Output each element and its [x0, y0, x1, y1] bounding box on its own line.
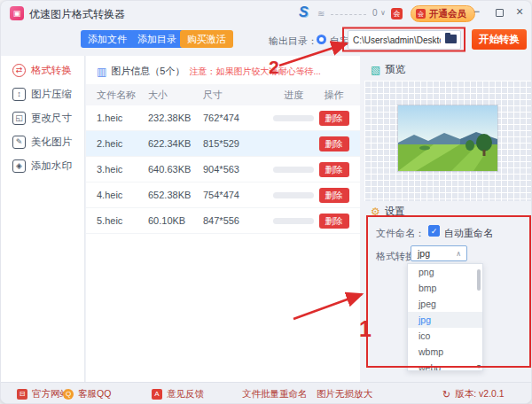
browse-folder-icon[interactable] [445, 35, 457, 43]
file-info-header: ▥ 图片信息（5个） 注意：如果图片较大请耐心等待... [86, 56, 360, 84]
dropdown-scrollbar-thumb[interactable] [477, 269, 481, 291]
table-row[interactable]: 3.heic640.63KB904*563删除 [86, 157, 360, 183]
compress-icon: ↕ [12, 88, 26, 101]
lossless-enlarge-link[interactable]: 图片无损放大 [317, 383, 372, 404]
delete-button[interactable]: 删除 [319, 214, 349, 229]
table-row[interactable]: 1.heic232.38KB762*474删除 [86, 105, 360, 131]
sidebar-item-resize[interactable]: ◱ 更改尺寸 [1, 106, 84, 130]
output-dir-label: 输出目录： [269, 35, 317, 48]
progress-cell [269, 192, 318, 198]
format-option-png[interactable]: png [408, 264, 482, 280]
file-dims-cell: 847*556 [203, 215, 269, 226]
format-option-webp[interactable]: webp [408, 360, 482, 371]
batch-rename-link[interactable]: 文件批量重命名 [242, 383, 308, 404]
chevron-down-icon[interactable]: ∨ [380, 9, 386, 17]
add-file-button[interactable]: 添加文件 [81, 30, 134, 48]
delete-button[interactable]: 删除 [319, 111, 349, 126]
col-size: 大小 [148, 89, 203, 102]
progress-cell [269, 115, 318, 121]
auto-rename-checkbox[interactable]: ✓ [428, 225, 440, 237]
sidebar-item-beautify[interactable]: ✎ 美化图片 [1, 130, 84, 154]
watermark-icon: ◈ [12, 159, 26, 173]
operation-cell: 删除 [318, 136, 349, 152]
format-option-jpeg[interactable]: jpeg [408, 296, 482, 312]
file-table-body: 1.heic232.38KB762*474删除2.heic622.34KB815… [86, 105, 360, 234]
member-badge-icon: 会 [391, 8, 403, 19]
website-icon: ⊟ [17, 389, 27, 400]
file-name-cell: 2.heic [97, 138, 148, 149]
col-filename: 文件名称 [97, 89, 148, 102]
close-button[interactable]: × [516, 6, 523, 17]
sidebar-item-format-convert[interactable]: ⇄ 格式转换 [1, 58, 84, 82]
progress-bar [273, 218, 314, 224]
format-option-wbmp[interactable]: wbmp [408, 344, 482, 360]
format-select-value: jpg [418, 248, 430, 259]
file-size-cell: 60.10KB [148, 215, 203, 226]
delete-button[interactable]: 删除 [319, 136, 349, 152]
preview-icon: ▧ [371, 64, 380, 76]
app-title: 优速图片格式转换器 [29, 7, 125, 22]
open-vip-button[interactable]: 会 开通会员 [411, 5, 475, 22]
operation-cell: 删除 [318, 214, 349, 229]
speed-waves-icon: ≋ [317, 9, 325, 19]
feedback-icon: A [152, 389, 162, 400]
image-info-icon: ▥ [97, 66, 106, 78]
chevron-up-icon: ∧ [456, 247, 461, 261]
official-site-link[interactable]: ⊟ 官方网站 [17, 383, 69, 404]
file-size-cell: 652.38KB [148, 190, 203, 200]
resize-icon: ◱ [12, 112, 26, 125]
col-progress: 进度 [269, 89, 318, 102]
format-dropdown-list: ▾ pngbmpjpegjpgicowbmpwebp [407, 263, 483, 371]
custom-dir-radio[interactable] [317, 35, 326, 44]
sidebar-item-watermark[interactable]: ◈ 添加水印 [1, 154, 84, 178]
speed-logo-icon: S [299, 4, 309, 20]
format-option-bmp[interactable]: bmp [408, 280, 482, 296]
file-count-title: 图片信息（5个） [111, 65, 184, 78]
settings-header: ⚙ 设置 [371, 205, 405, 218]
file-dims-cell: 762*474 [203, 113, 269, 123]
output-path-input[interactable] [348, 30, 461, 50]
qq-icon: Q [63, 389, 74, 400]
open-vip-label: 开通会员 [429, 8, 466, 20]
sidebar: ⇄ 格式转换 ↕ 图片压缩 ◱ 更改尺寸 ✎ 美化图片 ◈ 添加水印 [1, 56, 85, 382]
operation-cell: 删除 [318, 162, 349, 177]
file-name-cell: 3.heic [97, 164, 148, 175]
toolbar: 添加文件 添加目录 购买激活 输出目录： 自定义 开始转换 [1, 26, 532, 56]
start-convert-button[interactable]: 开始转换 [472, 29, 527, 50]
minimize-button[interactable]: − [473, 6, 480, 17]
sidebar-item-compress[interactable]: ↕ 图片压缩 [1, 82, 84, 106]
qq-support-link[interactable]: Q 客服QQ [63, 383, 111, 404]
progress-bar [273, 192, 314, 198]
format-select[interactable]: jpg ∧ [411, 245, 467, 261]
titlebar: ▣ 优速图片格式转换器 S ≋ 0 ∨ 会 会 开通会员 − × [1, 1, 532, 26]
progress-cell [269, 167, 318, 173]
annotation-step-1: 1 [359, 316, 372, 341]
feedback-link[interactable]: A 意见反馈 [152, 383, 204, 404]
preview-title: 预览 [385, 63, 405, 76]
add-directory-button[interactable]: 添加目录 [130, 30, 184, 48]
maximize-button[interactable] [496, 9, 504, 17]
delete-button[interactable]: 删除 [319, 188, 349, 203]
app-logo-icon: ▣ [10, 6, 24, 20]
dropdown-scroll-down-icon[interactable]: ▾ [477, 362, 481, 370]
wait-notice: 注意：如果图片较大请耐心等待... [189, 66, 320, 78]
format-option-ico[interactable]: ico [408, 328, 482, 344]
table-row[interactable]: 2.heic622.34KB815*529删除 [86, 131, 360, 157]
preview-header: ▧ 预览 [371, 63, 405, 76]
table-header: 文件名称 大小 尺寸 进度 操作 [86, 84, 360, 105]
beautify-icon: ✎ [12, 136, 26, 149]
operation-cell: 删除 [318, 188, 349, 203]
footer-bar: ⊟ 官方网站 Q 客服QQ A 意见反馈 文件批量重命名 图片无损放大 ↻ 版本… [1, 382, 532, 404]
table-row[interactable]: 5.heic60.10KB847*556删除 [86, 208, 360, 234]
file-name-cell: 4.heic [97, 190, 148, 200]
progress-bar [273, 167, 314, 173]
file-naming-label: 文件命名： [376, 227, 425, 240]
file-size-cell: 640.63KB [148, 164, 203, 175]
delete-button[interactable]: 删除 [319, 162, 349, 177]
table-row[interactable]: 4.heic652.38KB754*474删除 [86, 183, 360, 208]
file-dims-cell: 904*563 [203, 164, 269, 175]
refresh-icon: ↻ [442, 389, 450, 400]
buy-activate-button[interactable]: 购买激活 [180, 30, 233, 48]
file-name-cell: 1.heic [97, 113, 148, 123]
format-option-jpg[interactable]: jpg [408, 312, 482, 328]
